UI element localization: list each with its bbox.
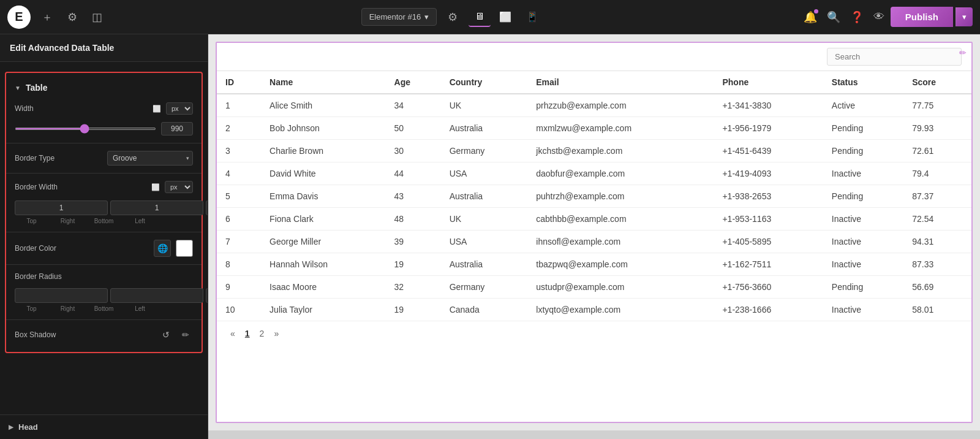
radius-top-label: Top — [15, 305, 48, 312]
add-element-button[interactable]: ＋ — [38, 6, 56, 28]
cell-5-3: UK — [441, 208, 528, 231]
border-color-swatch[interactable] — [176, 240, 193, 257]
cell-8-4: ustudpr@example.com — [527, 276, 714, 299]
cell-6-3: USA — [441, 231, 528, 253]
cell-4-3: Australia — [441, 185, 528, 208]
top-center: Elementor #16 ▾ ⚙ 🖥 ⬜ 📱 — [113, 7, 793, 28]
col-header-phone: Phone — [714, 71, 823, 94]
border-left-label: Left — [123, 218, 157, 224]
table-section-header[interactable]: ▼ Table — [6, 78, 202, 97]
pagination-next[interactable]: » — [270, 327, 282, 340]
cell-6-1: George Miller — [261, 231, 385, 253]
cell-1-1: Bob Johnson — [261, 117, 385, 140]
preview-icon[interactable]: 👁 — [870, 7, 888, 27]
cell-0-7: 77.75 — [903, 94, 971, 117]
cell-2-5: +1-451-6439 — [714, 140, 823, 162]
cell-1-7: 79.93 — [903, 117, 971, 140]
border-width-unit-select[interactable]: px em — [165, 181, 193, 193]
settings-button[interactable]: ⚙ — [444, 7, 461, 28]
cell-0-4: prhzzub@example.com — [527, 94, 714, 117]
cell-3-0: 4 — [217, 162, 261, 185]
canvas-edit-icon[interactable]: ✏ — [959, 48, 967, 58]
left-panel: Edit Advanced Data Table ▼ Table Width ⬜… — [0, 34, 208, 439]
search-icon[interactable]: 🔍 — [823, 7, 844, 28]
responsive-button[interactable]: ⚙ — [64, 7, 81, 28]
box-shadow-reset-button[interactable]: ↺ — [159, 327, 173, 342]
width-slider-row: 990 — [6, 120, 202, 140]
border-right-input[interactable] — [110, 200, 203, 215]
cell-1-5: +1-956-1979 — [714, 117, 823, 140]
cell-3-6: Inactive — [823, 162, 903, 185]
border-type-select[interactable]: Groove None Solid Dashed Dotted Double — [107, 151, 193, 166]
cell-7-7: 87.33 — [903, 253, 971, 276]
table-toolbar: ✏ — [217, 43, 971, 71]
cell-9-5: +1-238-1666 — [714, 299, 823, 321]
pagination-prev[interactable]: « — [227, 327, 239, 340]
border-radius-top-input[interactable] — [15, 288, 108, 303]
cell-7-3: Australia — [441, 253, 528, 276]
radius-left-label: Left — [123, 305, 157, 312]
table-section-label: Table — [26, 83, 48, 93]
cell-6-5: +1-405-5895 — [714, 231, 823, 253]
cell-2-6: Pending — [823, 140, 903, 162]
cell-0-6: Active — [823, 94, 903, 117]
cell-7-2: 19 — [386, 253, 441, 276]
border-radius-inputs: 🔗 — [6, 286, 202, 305]
cell-3-7: 79.4 — [903, 162, 971, 185]
cell-9-7: 58.01 — [903, 299, 971, 321]
cell-1-4: mxmlzwu@example.com — [527, 117, 714, 140]
cell-4-0: 5 — [217, 185, 261, 208]
top-bar: E ＋ ⚙ ◫ Elementor #16 ▾ ⚙ 🖥 ⬜ 📱 🔔 🔍 ❓ 👁 … — [0, 0, 980, 34]
panel-content: ▼ Table Width ⬜ px % vw 990 — [0, 62, 208, 414]
table-section: ▼ Table Width ⬜ px % vw 990 — [5, 72, 203, 353]
tablet-button[interactable]: ⬜ — [493, 7, 518, 26]
data-table: ID Name Age Country Email Phone Status S… — [217, 71, 971, 321]
table-body: 1Alice Smith34UKprhzzub@example.com+1-34… — [217, 94, 971, 321]
border-type-wrapper: Groove None Solid Dashed Dotted Double ▾ — [107, 151, 193, 166]
bottom-scrollbar[interactable] — [208, 430, 980, 439]
border-radius-right-input[interactable] — [110, 288, 203, 303]
col-header-age: Age — [386, 71, 441, 94]
width-input[interactable]: 990 — [161, 122, 193, 136]
cell-8-7: 56.69 — [903, 276, 971, 299]
border-radius-bottom-input[interactable] — [206, 288, 208, 303]
top-right-actions: 🔔 🔍 ❓ 👁 Publish ▾ — [800, 7, 973, 28]
border-bottom-input[interactable] — [206, 200, 208, 215]
box-shadow-edit-button[interactable]: ✏ — [178, 327, 193, 342]
border-top-input[interactable] — [15, 200, 108, 215]
cell-0-1: Alice Smith — [261, 94, 385, 117]
mobile-button[interactable]: 📱 — [520, 7, 545, 26]
publish-chevron-button[interactable]: ▾ — [956, 7, 973, 26]
pagination-page-1[interactable]: 1 — [241, 327, 254, 340]
publish-button[interactable]: Publish — [891, 7, 953, 27]
cell-0-2: 34 — [386, 94, 441, 117]
border-color-row: Border Color 🌐 — [6, 235, 202, 262]
width-slider[interactable] — [15, 128, 156, 130]
cell-9-3: Canada — [441, 299, 528, 321]
help-icon[interactable]: ❓ — [846, 7, 867, 28]
width-control-row: Width ⬜ px % vw — [6, 97, 202, 120]
pagination-page-2[interactable]: 2 — [256, 327, 268, 340]
border-radius-label: Border Radius — [15, 272, 193, 281]
desktop-button[interactable]: 🖥 — [469, 7, 491, 27]
search-input[interactable] — [827, 48, 962, 66]
cell-9-0: 10 — [217, 299, 261, 321]
responsive-icon: ⬜ — [153, 105, 161, 113]
border-top-label: Top — [15, 218, 48, 224]
elementor-dropdown[interactable]: Elementor #16 ▾ — [361, 8, 437, 26]
cell-3-1: David White — [261, 162, 385, 185]
elementor-logo[interactable]: E — [7, 6, 31, 29]
cell-2-3: Germany — [441, 140, 528, 162]
cell-3-3: USA — [441, 162, 528, 185]
border-color-label: Border Color — [15, 244, 149, 253]
border-width-inputs: 🔗 — [6, 198, 202, 218]
cell-4-2: 43 — [386, 185, 441, 208]
notifications-icon[interactable]: 🔔 — [800, 7, 821, 28]
layers-button[interactable]: ◫ — [88, 7, 106, 28]
width-unit-select[interactable]: px % vw — [166, 102, 193, 115]
cell-0-3: UK — [441, 94, 528, 117]
cell-4-1: Emma Davis — [261, 185, 385, 208]
cell-7-4: tbazpwq@example.com — [527, 253, 714, 276]
head-section[interactable]: ▶ Head — [0, 414, 208, 439]
border-color-global-button[interactable]: 🌐 — [154, 240, 171, 257]
